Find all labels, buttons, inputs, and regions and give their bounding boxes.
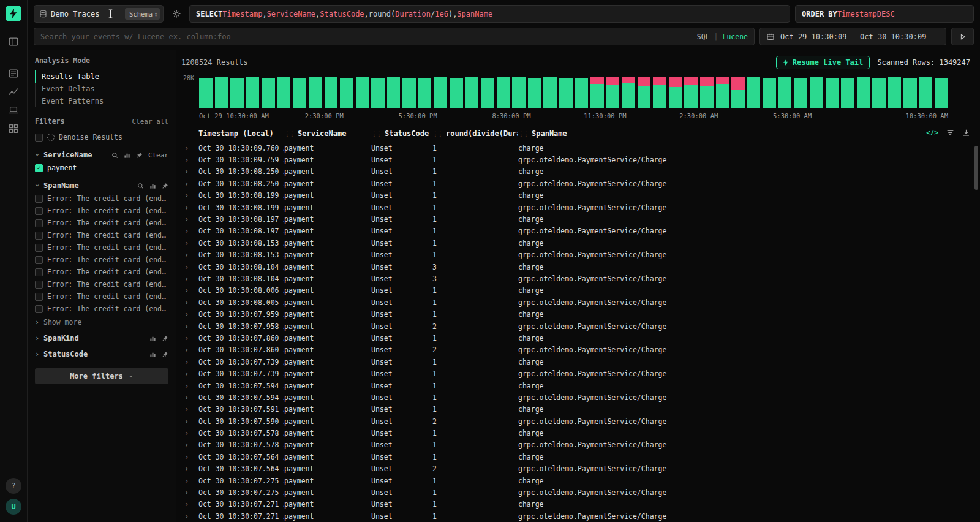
- more-filters-button[interactable]: More filters ›: [35, 368, 168, 384]
- filter-group-servicename[interactable]: › ServiceName Clear: [35, 151, 168, 159]
- histogram-bar[interactable]: [638, 77, 651, 108]
- row-expand-chevron-icon[interactable]: ›: [181, 191, 198, 200]
- mode-sql[interactable]: SQL: [697, 32, 710, 41]
- histogram-bar[interactable]: [653, 77, 666, 108]
- row-expand-chevron-icon[interactable]: ›: [181, 382, 198, 390]
- filter-lines-icon[interactable]: [946, 129, 954, 137]
- row-expand-chevron-icon[interactable]: ›: [181, 215, 198, 224]
- histogram-bar[interactable]: [402, 78, 416, 109]
- histogram-bar[interactable]: [262, 78, 275, 108]
- help-button[interactable]: ?: [6, 478, 21, 494]
- row-expand-chevron-icon[interactable]: ›: [181, 239, 198, 248]
- checkbox[interactable]: [35, 256, 43, 264]
- source-picker[interactable]: Demo Traces Schema ▲▼: [34, 5, 164, 23]
- checkbox[interactable]: [35, 268, 43, 276]
- filter-item-spanname[interactable]: Error: The credit card (end…: [35, 290, 168, 303]
- checkbox[interactable]: [35, 244, 43, 252]
- nav-chart-icon[interactable]: [5, 84, 22, 100]
- chart-icon[interactable]: [124, 152, 130, 159]
- histogram-bar[interactable]: [387, 77, 401, 108]
- filter-item-spanname[interactable]: Error: The credit card (end…: [35, 303, 168, 315]
- histogram-bar[interactable]: [325, 77, 338, 108]
- table-row[interactable]: ›Oct 30 10:30:08.006 AMpaymentUnset1char…: [181, 285, 980, 297]
- filter-group-spanname[interactable]: › SpanName: [35, 181, 168, 190]
- histogram-bar[interactable]: [340, 78, 353, 108]
- checkbox[interactable]: [35, 232, 43, 240]
- histogram-bar[interactable]: [826, 78, 839, 109]
- table-row[interactable]: ›Oct 30 10:30:08.104 AMpaymentUnset3char…: [181, 261, 980, 273]
- table-row[interactable]: ›Oct 30 10:30:07.958 AMpaymentUnset2grpc…: [181, 320, 980, 332]
- histogram-bar[interactable]: [293, 78, 306, 108]
- histogram-bar[interactable]: [559, 78, 573, 108]
- histogram-bar[interactable]: [528, 78, 541, 108]
- checkbox[interactable]: [35, 219, 43, 227]
- pin-icon[interactable]: [162, 335, 168, 342]
- nav-logs-icon[interactable]: [5, 66, 22, 81]
- histogram-bar[interactable]: [199, 78, 213, 109]
- row-expand-chevron-icon[interactable]: ›: [181, 310, 198, 319]
- checkbox[interactable]: [35, 293, 43, 301]
- filter-item-spanname[interactable]: Error: The credit card (end…: [35, 254, 168, 266]
- filter-group-statuscode[interactable]: › StatusCode: [35, 350, 168, 358]
- user-avatar[interactable]: U: [6, 499, 21, 515]
- histogram-bar[interactable]: [356, 77, 369, 108]
- app-logo[interactable]: [6, 6, 21, 21]
- table-row[interactable]: ›Oct 30 10:30:07.860 AMpaymentUnset2grpc…: [181, 344, 980, 356]
- row-expand-chevron-icon[interactable]: ›: [181, 393, 198, 402]
- nav-sessions-icon[interactable]: [5, 102, 22, 118]
- source-settings-button[interactable]: [168, 5, 184, 23]
- table-row[interactable]: ›Oct 30 10:30:08.199 AMpaymentUnset1char…: [181, 190, 980, 202]
- chart-icon[interactable]: [149, 335, 156, 342]
- download-icon[interactable]: [962, 129, 970, 137]
- column-grip-icon[interactable]: ⋮⋮: [371, 130, 381, 137]
- histogram-bar[interactable]: [669, 77, 682, 108]
- mode-event-patterns[interactable]: Event Patterns: [35, 95, 168, 107]
- table-row[interactable]: ›Oct 30 10:30:07.591 AMpaymentUnset1char…: [181, 404, 980, 415]
- histogram-bar[interactable]: [763, 78, 776, 108]
- clear-all-button[interactable]: Clear all: [132, 118, 168, 126]
- chart-icon[interactable]: [149, 183, 156, 189]
- histogram-bar[interactable]: [215, 77, 228, 108]
- row-expand-chevron-icon[interactable]: ›: [181, 156, 198, 164]
- filter-item-spanname[interactable]: Error: The credit card (end…: [35, 217, 168, 229]
- filter-item-spanname[interactable]: Error: The credit card (end…: [35, 205, 168, 217]
- search-icon[interactable]: [111, 152, 118, 159]
- mode-event-deltas[interactable]: Event Deltas: [35, 83, 168, 95]
- row-expand-chevron-icon[interactable]: ›: [181, 500, 198, 509]
- row-expand-chevron-icon[interactable]: ›: [181, 464, 198, 473]
- table-row[interactable]: ›Oct 30 10:30:08.250 AMpaymentUnset1char…: [181, 166, 980, 178]
- histogram-bar[interactable]: [684, 77, 698, 108]
- histogram-bar[interactable]: [434, 77, 447, 108]
- denoise-checkbox[interactable]: [35, 134, 43, 142]
- row-expand-chevron-icon[interactable]: ›: [181, 180, 198, 188]
- row-expand-chevron-icon[interactable]: ›: [181, 369, 198, 378]
- histogram-bar[interactable]: [606, 77, 620, 108]
- pin-icon[interactable]: [162, 183, 168, 189]
- row-expand-chevron-icon[interactable]: ›: [181, 334, 198, 342]
- table-row[interactable]: ›Oct 30 10:30:09.760 AMpaymentUnset1char…: [181, 142, 980, 154]
- table-row[interactable]: ›Oct 30 10:30:07.271 AMpaymentUnset1char…: [181, 499, 980, 510]
- code-view-icon[interactable]: </>: [926, 129, 938, 137]
- table-row[interactable]: ›Oct 30 10:30:08.250 AMpaymentUnset1grpc…: [181, 178, 980, 189]
- search-input[interactable]: [40, 32, 692, 41]
- row-expand-chevron-icon[interactable]: ›: [181, 441, 198, 449]
- resume-live-tail-button[interactable]: Resume Live Tail: [776, 56, 870, 69]
- histogram-bar[interactable]: [935, 78, 948, 109]
- row-expand-chevron-icon[interactable]: ›: [181, 251, 198, 259]
- checkbox[interactable]: [35, 195, 43, 203]
- filter-item-spanname[interactable]: Error: The credit card (end…: [35, 229, 168, 241]
- table-row[interactable]: ›Oct 30 10:30:07.564 AMpaymentUnset2grpc…: [181, 463, 980, 475]
- row-expand-chevron-icon[interactable]: ›: [181, 144, 198, 153]
- pin-icon[interactable]: [162, 351, 168, 358]
- table-row[interactable]: ›Oct 30 10:30:07.578 AMpaymentUnset1grpc…: [181, 439, 980, 451]
- histogram-bar[interactable]: [309, 77, 322, 108]
- table-row[interactable]: ›Oct 30 10:30:08.197 AMpaymentUnset1grpc…: [181, 225, 980, 237]
- histogram-bar[interactable]: [246, 77, 260, 108]
- pin-icon[interactable]: [136, 152, 143, 159]
- column-grip-icon[interactable]: ⋮⋮: [518, 130, 528, 137]
- row-expand-chevron-icon[interactable]: ›: [181, 274, 198, 283]
- histogram-bar[interactable]: [841, 78, 854, 108]
- histogram-bar[interactable]: [512, 77, 526, 108]
- histogram-bar[interactable]: [481, 78, 494, 108]
- row-expand-chevron-icon[interactable]: ›: [181, 477, 198, 485]
